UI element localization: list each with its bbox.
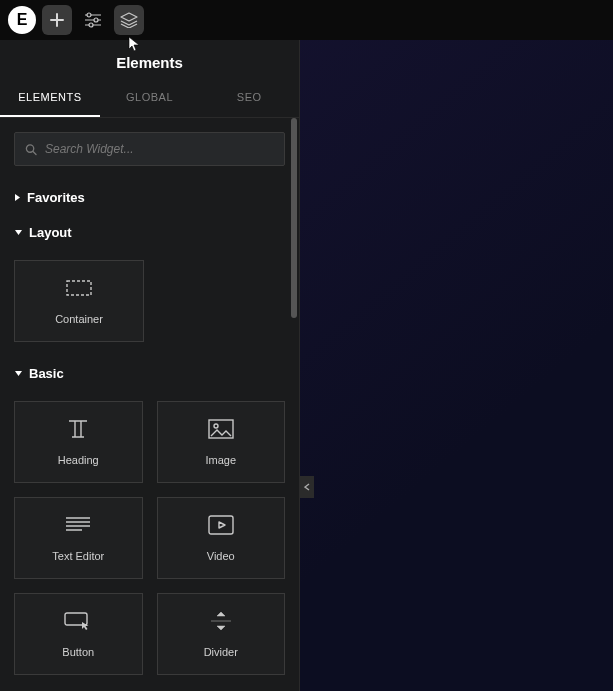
search-input[interactable] — [45, 142, 274, 156]
widget-label: Container — [55, 313, 103, 325]
button-icon — [64, 610, 92, 632]
tab-label: SEO — [237, 91, 262, 103]
svg-point-0 — [87, 13, 91, 17]
widget-label: Heading — [58, 454, 99, 466]
chevron-left-icon — [304, 483, 310, 491]
search-widget-field[interactable] — [14, 132, 285, 166]
panel-scroll-area: Favorites Layout Container Basic Head — [0, 118, 299, 691]
widget-label: Divider — [204, 646, 238, 658]
tab-label: ELEMENTS — [18, 91, 81, 103]
caret-down-icon — [14, 229, 23, 236]
image-icon — [207, 418, 235, 440]
svg-point-6 — [214, 424, 218, 428]
layers-icon — [120, 12, 138, 28]
caret-down-icon — [14, 370, 23, 377]
widget-button[interactable]: Button — [14, 593, 143, 675]
sliders-icon — [84, 12, 102, 28]
top-toolbar: E — [0, 0, 613, 40]
search-icon — [25, 143, 37, 156]
divider-icon — [207, 610, 235, 632]
panel-tabs: ELEMENTS GLOBAL SEO — [0, 81, 299, 118]
widget-text-editor[interactable]: Text Editor — [14, 497, 143, 579]
widget-container[interactable]: Container — [14, 260, 144, 342]
panel-title-text: Elements — [116, 54, 183, 71]
widget-image[interactable]: Image — [157, 401, 286, 483]
widget-label: Button — [62, 646, 94, 658]
widget-label: Image — [205, 454, 236, 466]
svg-point-1 — [94, 18, 98, 22]
tab-label: GLOBAL — [126, 91, 173, 103]
widget-label: Text Editor — [52, 550, 104, 562]
tab-global[interactable]: GLOBAL — [100, 81, 200, 117]
panel-title: Elements — [0, 40, 299, 81]
widget-heading[interactable]: Heading — [14, 401, 143, 483]
structure-button[interactable] — [114, 5, 144, 35]
plus-icon — [49, 12, 65, 28]
layout-widgets-grid: Container — [0, 250, 299, 356]
basic-widgets-grid: Heading Image Text Editor Video — [0, 391, 299, 689]
heading-icon — [64, 418, 92, 440]
panel-scrollbar[interactable] — [291, 118, 297, 318]
section-favorites[interactable]: Favorites — [0, 180, 299, 215]
video-icon — [207, 514, 235, 536]
section-layout[interactable]: Layout — [0, 215, 299, 250]
caret-right-icon — [14, 193, 21, 202]
elements-panel: Elements ELEMENTS GLOBAL SEO Favorites L… — [0, 40, 300, 691]
section-basic[interactable]: Basic — [0, 356, 299, 391]
elementor-logo-button[interactable]: E — [8, 6, 36, 34]
widget-video[interactable]: Video — [157, 497, 286, 579]
widget-label: Video — [207, 550, 235, 562]
svg-rect-7 — [209, 516, 233, 534]
section-label: Layout — [29, 225, 72, 240]
tab-seo[interactable]: SEO — [199, 81, 299, 117]
widget-divider[interactable]: Divider — [157, 593, 286, 675]
section-label: Favorites — [27, 190, 85, 205]
container-icon — [65, 277, 93, 299]
tab-elements[interactable]: ELEMENTS — [0, 81, 100, 117]
svg-point-2 — [89, 23, 93, 27]
svg-point-3 — [26, 144, 33, 151]
svg-rect-4 — [67, 281, 91, 295]
site-settings-button[interactable] — [78, 5, 108, 35]
collapse-panel-button[interactable] — [300, 476, 314, 498]
add-element-button[interactable] — [42, 5, 72, 35]
section-label: Basic — [29, 366, 64, 381]
logo-letter: E — [17, 11, 28, 29]
editor-canvas[interactable] — [300, 40, 613, 691]
text-editor-icon — [64, 514, 92, 536]
